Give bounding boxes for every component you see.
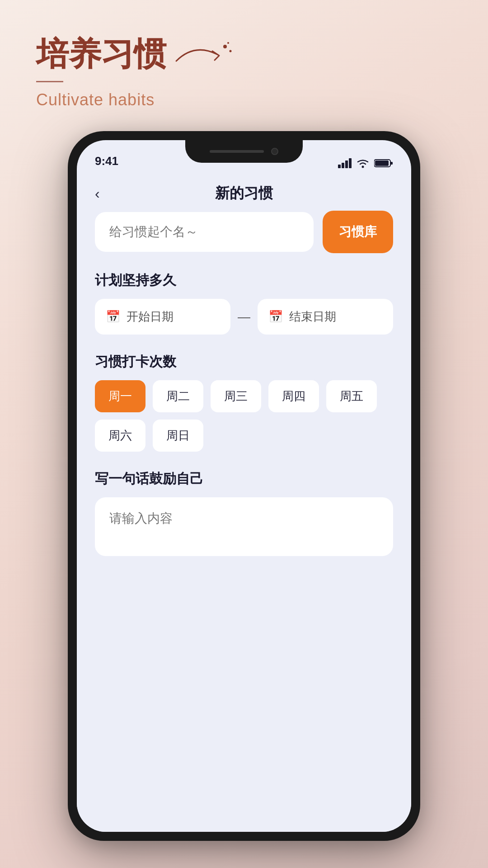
date-separator: —: [238, 310, 250, 324]
weekdays-row: 周一 周二 周三 周四 周五 周六 周日: [95, 380, 393, 452]
weekday-friday[interactable]: 周五: [326, 380, 377, 412]
svg-rect-3: [338, 165, 341, 168]
sub-title-text: Cultivate habits: [36, 90, 235, 109]
signal-icon: [338, 158, 352, 168]
main-title-row: 培养习惯: [36, 36, 235, 72]
habit-name-input[interactable]: [95, 212, 314, 252]
motivation-input[interactable]: [95, 497, 393, 556]
svg-point-0: [223, 45, 227, 48]
status-time: 9:41: [95, 154, 118, 168]
svg-point-7: [362, 166, 364, 168]
svg-rect-6: [349, 158, 352, 168]
duration-section-title: 计划坚持多久: [95, 271, 393, 290]
svg-rect-10: [375, 160, 389, 166]
svg-point-1: [230, 50, 232, 52]
weekday-thursday[interactable]: 周四: [268, 380, 319, 412]
phone-notch: [185, 140, 303, 163]
svg-point-2: [227, 42, 229, 44]
start-date-picker[interactable]: 📅 开始日期: [95, 299, 230, 335]
notch-bar: [210, 150, 264, 153]
content-area: 习惯库 计划坚持多久 📅 开始日期 — 📅 结束日期 习惯打卡次: [77, 211, 411, 558]
phone-content[interactable]: ‹ 新的习惯 习惯库 计划坚持多久 📅 开始日期 —: [77, 173, 411, 832]
habit-library-button[interactable]: 习惯库: [323, 211, 393, 253]
checkin-section-title: 习惯打卡次数: [95, 353, 393, 371]
title-decoration: [172, 38, 235, 70]
phone-mockup: 9:41: [68, 131, 420, 841]
name-input-row: 习惯库: [95, 211, 393, 253]
back-button[interactable]: ‹: [95, 185, 100, 202]
main-title-text: 培养习惯: [36, 36, 166, 72]
motivation-section-title: 写一句话鼓励自己: [95, 470, 393, 488]
svg-rect-4: [342, 163, 344, 168]
weekday-saturday[interactable]: 周六: [95, 420, 145, 452]
title-divider: [36, 81, 63, 82]
weekday-wednesday[interactable]: 周三: [211, 380, 261, 412]
end-date-calendar-icon: 📅: [268, 310, 283, 324]
date-row: 📅 开始日期 — 📅 结束日期: [95, 299, 393, 335]
weekday-tuesday[interactable]: 周二: [153, 380, 203, 412]
top-content: 培养习惯 Cultivate habits: [36, 36, 235, 109]
weekday-monday[interactable]: 周一: [95, 380, 145, 412]
phone-inner: 9:41: [77, 140, 411, 832]
page-title: 新的习惯: [215, 184, 273, 203]
start-date-label: 开始日期: [127, 309, 174, 325]
end-date-picker[interactable]: 📅 结束日期: [258, 299, 393, 335]
end-date-label: 结束日期: [289, 309, 336, 325]
svg-rect-5: [345, 160, 348, 168]
start-date-calendar-icon: 📅: [106, 310, 120, 324]
nav-bar: ‹ 新的习惯: [77, 173, 411, 211]
wifi-icon: [356, 158, 370, 168]
status-icons: [338, 158, 393, 168]
notch-camera: [271, 148, 278, 155]
weekday-sunday[interactable]: 周日: [153, 420, 203, 452]
svg-rect-9: [390, 162, 393, 165]
battery-icon: [374, 158, 393, 168]
